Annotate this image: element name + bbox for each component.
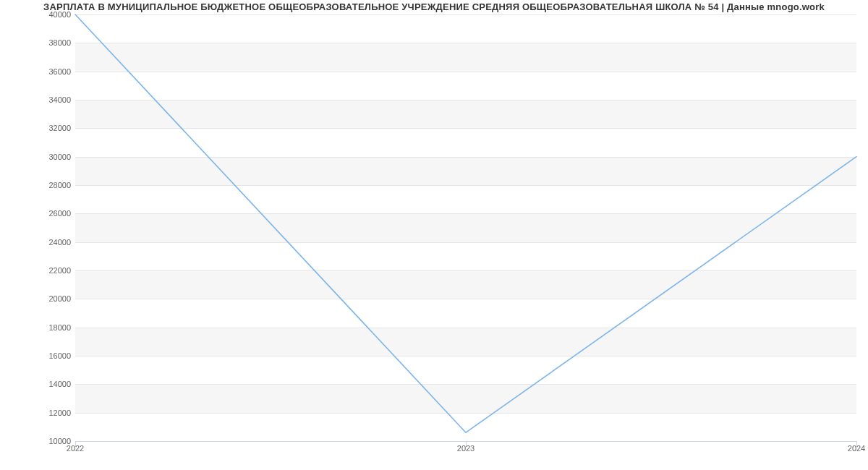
y-tick-label: 38000	[27, 38, 71, 47]
line-series	[75, 14, 856, 441]
y-tick-label: 32000	[27, 124, 71, 132]
x-tick-label: 2022	[67, 444, 84, 453]
series-path	[75, 14, 856, 432]
y-tick-label: 14000	[27, 380, 71, 388]
y-tick-label: 10000	[27, 437, 71, 445]
y-tick-label: 40000	[27, 10, 71, 19]
y-tick-label: 30000	[27, 153, 71, 161]
y-tick-label: 22000	[27, 266, 71, 275]
y-tick-label: 34000	[27, 95, 71, 104]
y-tick-label: 20000	[27, 294, 71, 303]
x-tick-label: 2023	[457, 444, 475, 453]
plot-area	[75, 14, 856, 441]
x-tick-label: 2024	[848, 444, 865, 453]
y-tick-label: 28000	[27, 181, 71, 189]
y-tick-label: 26000	[27, 209, 71, 218]
y-tick-label: 18000	[27, 323, 71, 332]
chart-title: ЗАРПЛАТА В МУНИЦИПАЛЬНОЕ БЮДЖЕТНОЕ ОБЩЕО…	[0, 1, 868, 12]
y-tick-label: 36000	[27, 67, 71, 76]
y-tick-label: 24000	[27, 238, 71, 247]
y-tick-label: 12000	[27, 409, 71, 417]
y-tick-label: 16000	[27, 351, 71, 360]
